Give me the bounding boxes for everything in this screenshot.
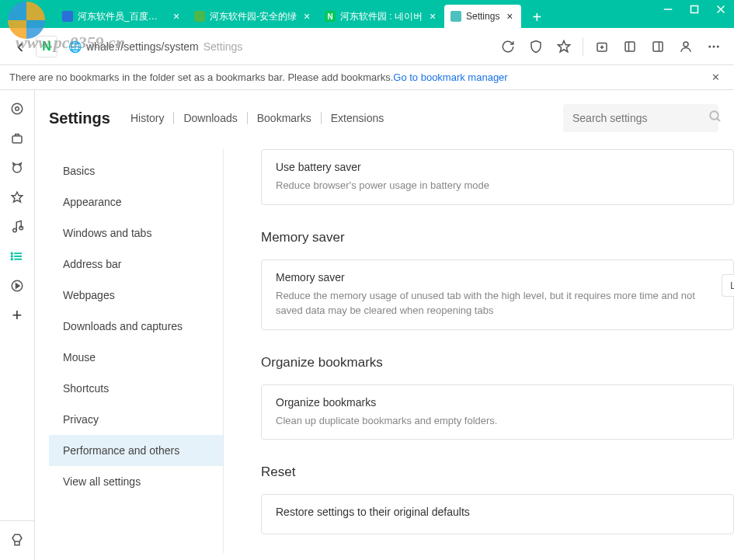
maximize-button[interactable] <box>681 0 708 19</box>
sidebar-item[interactable]: Downloads and captures <box>49 311 223 342</box>
svg-point-14 <box>713 45 715 47</box>
shield-icon[interactable] <box>524 34 548 59</box>
address-url: whale://settings/system <box>86 40 199 53</box>
back-button[interactable]: ‹ <box>8 34 33 59</box>
browser-tab[interactable]: Settings× <box>444 5 521 28</box>
settings-title: Settings <box>49 110 110 127</box>
capture-icon[interactable] <box>590 34 614 59</box>
browser-tab[interactable]: 河东软件园-安全的绿× <box>188 5 318 28</box>
main-area: + Settings HistoryDownloadsBookmarksExte… <box>0 90 734 560</box>
close-window-button[interactable] <box>708 0 734 19</box>
settings-nav-tab[interactable]: Bookmarks <box>247 112 321 124</box>
toolbar: ‹ N 🌐 whale://settings/system Settings <box>0 28 734 65</box>
settings-panel: Use battery saverReduce browser's power … <box>224 149 734 553</box>
rail-cat-icon[interactable] <box>3 154 31 182</box>
sidebar-item[interactable]: Shortcuts <box>49 373 223 404</box>
settings-nav-tabs: HistoryDownloadsBookmarksExtensions <box>130 112 393 124</box>
minimize-button[interactable] <box>655 0 681 19</box>
toolbar-separator <box>583 37 583 56</box>
sidebar-item[interactable]: Windows and tabs <box>49 217 223 249</box>
card-description: Clean up duplicate bookmarks and empty f… <box>276 413 719 429</box>
search-settings-input[interactable] <box>572 112 708 124</box>
svg-point-31 <box>710 111 718 120</box>
settings-nav-tab[interactable]: Downloads <box>173 112 246 124</box>
sidebar-item[interactable]: Webpages <box>49 280 223 311</box>
sidebar-item[interactable]: Performance and others <box>49 435 223 466</box>
address-bar[interactable]: 🌐 whale://settings/system Settings <box>61 34 492 59</box>
rail-tools-icon[interactable] <box>3 95 31 123</box>
svg-rect-8 <box>625 42 635 51</box>
card-title: Restore settings to their original defau… <box>276 506 719 518</box>
settings-nav-tab[interactable]: Extensions <box>321 112 393 124</box>
split-view-icon[interactable] <box>645 34 670 59</box>
level-selector-button[interactable]: Level 2 <box>722 274 734 297</box>
settings-header: Settings HistoryDownloadsBookmarksExtens… <box>49 104 734 132</box>
svg-marker-30 <box>16 283 20 288</box>
tab-favicon-icon <box>450 11 461 22</box>
settings-card[interactable]: Memory saverReduce the memory usage of u… <box>261 259 734 330</box>
sidebar-item[interactable]: Appearance <box>49 186 223 217</box>
naver-home-icon[interactable]: N <box>36 36 57 57</box>
svg-line-32 <box>717 118 720 121</box>
bookmark-bar-close[interactable]: ✕ <box>706 68 725 87</box>
search-settings-box[interactable] <box>563 104 718 132</box>
bookmark-manager-link[interactable]: Go to bookmark manager <box>393 71 507 83</box>
bookmark-star-icon[interactable] <box>551 34 576 59</box>
sidebar-item[interactable]: Mouse <box>49 342 223 373</box>
profile-icon[interactable] <box>673 34 698 59</box>
new-tab-button[interactable]: + <box>526 6 548 28</box>
svg-point-19 <box>13 165 22 173</box>
card-title: Memory saver <box>276 271 719 283</box>
reload-button[interactable] <box>496 34 520 59</box>
svg-point-26 <box>12 253 13 255</box>
tab-close-icon[interactable]: × <box>301 11 312 22</box>
settings-card[interactable]: Restore settings to their original defau… <box>261 494 734 534</box>
rail-star-icon[interactable] <box>3 183 31 211</box>
browser-tab[interactable]: N河东软件园 : 네이버× <box>318 5 444 28</box>
tab-title: Settings <box>466 11 499 22</box>
browser-tab[interactable]: 河东软件员_百度搜索× <box>56 5 188 28</box>
section-heading: Reset <box>261 464 734 480</box>
rail-add-icon[interactable]: + <box>3 301 31 329</box>
sidebar-item[interactable]: Privacy <box>49 404 223 435</box>
svg-marker-4 <box>558 40 570 51</box>
svg-point-27 <box>12 256 13 257</box>
svg-point-16 <box>12 103 23 114</box>
sidebar-item[interactable]: View all settings <box>49 466 223 497</box>
site-favicon-icon: 🌐 <box>68 40 82 53</box>
address-page: Settings <box>204 40 243 53</box>
svg-marker-20 <box>12 192 23 202</box>
settings-card[interactable]: Organize bookmarksClean up duplicate boo… <box>261 384 734 440</box>
rail-music-icon[interactable] <box>3 213 31 241</box>
svg-point-12 <box>684 42 688 47</box>
sidebar-toggle-icon[interactable] <box>617 34 642 59</box>
tab-title: 河东软件园 : 네이버 <box>340 10 423 23</box>
svg-rect-18 <box>12 136 22 143</box>
rail-toolbox-icon[interactable] <box>3 124 31 152</box>
tab-close-icon[interactable]: × <box>427 11 438 22</box>
tab-close-icon[interactable]: × <box>504 11 515 22</box>
card-title: Use battery saver <box>276 161 719 173</box>
rail-extensions-icon[interactable] <box>3 526 31 554</box>
settings-content: Settings HistoryDownloadsBookmarksExtens… <box>35 90 734 560</box>
rail-list-icon[interactable] <box>3 242 31 270</box>
sidebar-item[interactable]: Address bar <box>49 249 223 280</box>
settings-sidebar: BasicsAppearanceWindows and tabsAddress … <box>49 149 224 553</box>
titlebar: 河东软件员_百度搜索×河东软件园-安全的绿×N河东软件园 : 네이버×Setti… <box>0 0 734 28</box>
svg-rect-1 <box>691 6 698 13</box>
tab-title: 河东软件员_百度搜索 <box>78 10 166 23</box>
svg-rect-10 <box>653 42 663 51</box>
search-icon <box>708 110 722 127</box>
section-heading: Memory saver <box>261 230 734 245</box>
tab-favicon-icon: N <box>325 11 336 22</box>
settings-card[interactable]: Use battery saverReduce browser's power … <box>261 149 734 205</box>
menu-button[interactable] <box>701 34 726 59</box>
left-rail: + <box>0 90 35 560</box>
card-title: Organize bookmarks <box>276 396 719 409</box>
window-controls <box>655 0 734 19</box>
settings-nav-tab[interactable]: History <box>130 112 174 124</box>
card-description: Reduce the memory usage of unused tab wi… <box>276 288 719 318</box>
rail-play-icon[interactable] <box>3 272 31 300</box>
sidebar-item[interactable]: Basics <box>49 155 223 186</box>
tab-close-icon[interactable]: × <box>171 11 182 22</box>
